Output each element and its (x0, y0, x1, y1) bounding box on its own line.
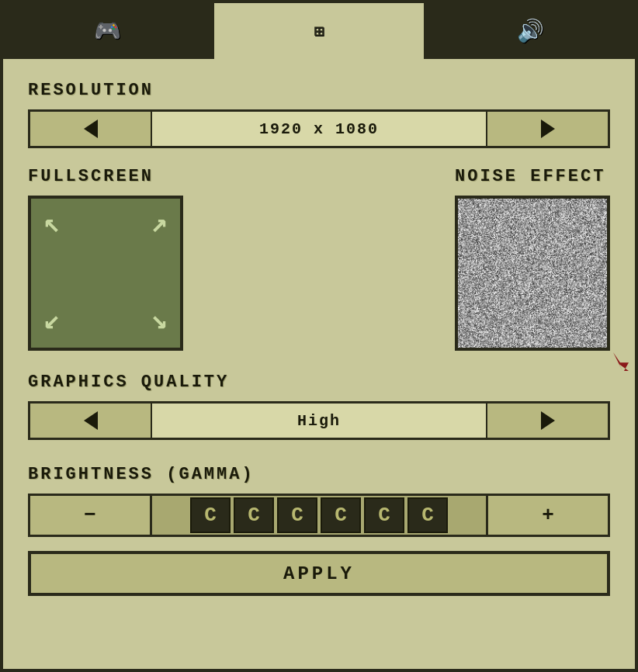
gamma-slot-3: C (277, 497, 317, 533)
brightness-section: BRIGHTNESS (GAMMA) − C C C C C C + (28, 465, 610, 537)
graphics-quality-label: GRAPHICS QUALITY (28, 372, 610, 392)
settings-window: 🎮 ⊞ 🔊 RESOLUTION 1920 x 1080 FULLSCREEN (0, 0, 638, 672)
plus-icon: + (542, 504, 554, 527)
gamepad-icon: 🎮 (94, 18, 121, 44)
gamma-slot-2: C (234, 497, 274, 533)
quality-next-button[interactable] (486, 401, 610, 440)
tab-gamepad[interactable]: 🎮 (3, 3, 214, 59)
resolution-value: 1920 x 1080 (152, 109, 486, 148)
right-arrow-icon (541, 120, 555, 138)
tab-display[interactable]: ⊞ (214, 3, 425, 59)
left-arrow-icon (84, 120, 98, 138)
noise-section: NOISE EFFECT (455, 167, 610, 351)
gamma-slot-4: C (321, 497, 361, 533)
quality-right-arrow-icon (541, 411, 555, 430)
graphics-quality-value: High (152, 401, 486, 440)
quality-left-arrow-icon (84, 411, 98, 430)
noise-toggle[interactable] (455, 196, 610, 351)
tab-audio[interactable]: 🔊 (426, 3, 635, 59)
resolution-next-button[interactable] (486, 109, 610, 148)
brightness-plus-button[interactable]: + (486, 494, 610, 537)
resolution-prev-button[interactable] (28, 109, 152, 148)
audio-icon: 🔊 (517, 18, 544, 44)
fullscreen-arrow-tl (43, 211, 61, 239)
apply-label: APPLY (283, 563, 355, 584)
minus-icon: − (84, 504, 96, 527)
noise-label: NOISE EFFECT (455, 167, 610, 186)
quality-prev-button[interactable] (28, 401, 152, 440)
fullscreen-toggle[interactable] (28, 196, 183, 351)
fullscreen-section: FULLSCREEN (28, 167, 183, 351)
gamma-slot-5: C (364, 497, 404, 533)
display-icon: ⊞ (314, 21, 324, 42)
resolution-label: RESOLUTION (28, 81, 610, 100)
graphics-quality-row: High (28, 401, 610, 440)
noise-canvas (458, 199, 607, 348)
settings-content: RESOLUTION 1920 x 1080 FULLSCREEN (3, 59, 635, 669)
gamma-slot-1: C (190, 497, 231, 533)
brightness-label: BRIGHTNESS (GAMMA) (28, 465, 610, 484)
fullscreen-arrow-tr (151, 211, 168, 239)
tab-bar: 🎮 ⊞ 🔊 (3, 3, 635, 59)
brightness-row: − C C C C C C + (28, 494, 610, 537)
apply-button[interactable]: APPLY (28, 551, 610, 596)
resolution-row: 1920 x 1080 (28, 109, 610, 148)
fullscreen-arrow-bl (43, 307, 61, 335)
fullscreen-label: FULLSCREEN (28, 167, 183, 186)
fullscreen-arrow-br (151, 307, 168, 335)
gamma-slot-6: C (407, 497, 448, 533)
gamma-slots: C C C C C C (152, 494, 486, 537)
brightness-minus-button[interactable]: − (28, 494, 152, 537)
